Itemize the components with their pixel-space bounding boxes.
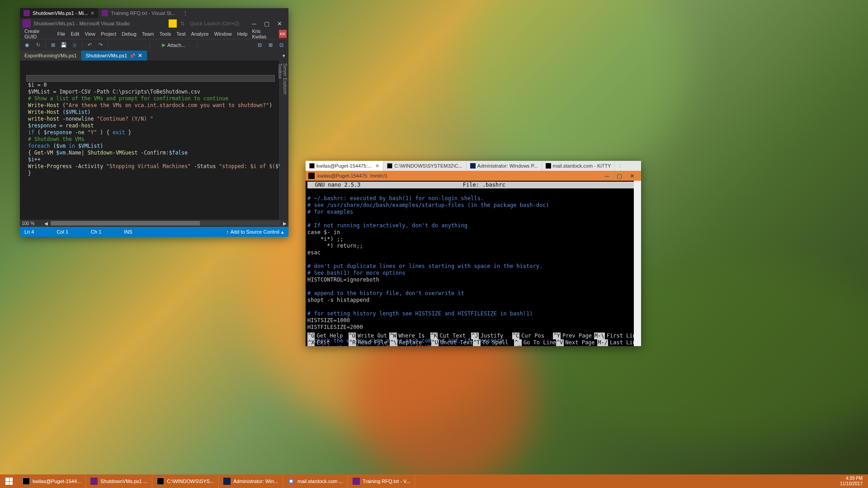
app-icon: [309, 163, 315, 169]
vs-zoom-scrollbar: 100 % ◀ ▶: [20, 220, 288, 227]
nav-arrows-icon[interactable]: ⇅: [180, 21, 184, 27]
menu-team[interactable]: Team: [139, 31, 157, 37]
visual-studio-window: ShutdownVMs.ps1 - Mi...✕Training RFQ.txt…: [20, 8, 288, 237]
save-icon[interactable]: 💾: [59, 41, 68, 50]
menu-view[interactable]: View: [82, 31, 98, 37]
side-panel-tab[interactable]: Server Explorer: [283, 63, 288, 211]
vs-document-tabs: ExportRunningVMs.ps1ShutdownVMs.ps1📌✕▾: [20, 51, 288, 61]
undo-icon[interactable]: ↶: [85, 41, 94, 50]
vs-group-tab[interactable]: Training RFQ.txt - Visual St...: [98, 8, 179, 18]
vs-group-tabbar: ShutdownVMs.ps1 - Mi...✕Training RFQ.txt…: [20, 8, 288, 18]
pin-icon[interactable]: 📌: [130, 53, 135, 58]
user-avatar[interactable]: KK: [279, 30, 287, 38]
scroll-right-icon[interactable]: ▶: [283, 221, 287, 226]
menu-tools[interactable]: Tools: [157, 31, 174, 37]
code-line: }: [28, 170, 279, 177]
close-button[interactable]: ✕: [273, 20, 286, 27]
user-name-label[interactable]: Kris Kwilas: [250, 28, 277, 39]
system-clock[interactable]: 4:39 PM 11/10/2017: [835, 474, 868, 488]
scroll-left-icon[interactable]: ◀: [44, 221, 48, 226]
term-titlebar[interactable]: kwilas@Puget-154475: /mnt/c/1 ─ ▢ ✕: [306, 171, 641, 181]
maximize-button[interactable]: ▢: [260, 20, 273, 27]
vs-side-panels: Server ExplorerToolbox: [279, 61, 288, 220]
shortcut-item: ^OWrite Out: [349, 333, 390, 339]
menu-analyze[interactable]: Analyze: [189, 31, 212, 37]
code-line: { Get-VM $vm.Name| Shutdown-VMGuest -Con…: [28, 150, 279, 156]
horizontal-scrollbar[interactable]: [51, 221, 280, 225]
terminal-content[interactable]: GNU nano 2.5.3File: .bashrc # ~/.bashrc:…: [306, 181, 641, 346]
shortcut-item: ^JJustify: [471, 333, 512, 339]
code-line: Write-Progress -Activity "Stopping Virtu…: [28, 163, 279, 170]
save-all-icon[interactable]: ⎘: [70, 41, 79, 50]
menu-help[interactable]: Help: [235, 31, 250, 37]
attach-label: Attach...: [167, 42, 185, 48]
nano-body: # ~/.bashrc: executed by bash(1) for non…: [307, 188, 639, 346]
open-icon[interactable]: ↻: [33, 41, 42, 50]
notification-icon[interactable]: [169, 19, 177, 28]
taskbar-label: Training RFQ.txt - V...: [363, 479, 410, 484]
menu-edit[interactable]: Edit: [68, 31, 82, 37]
shortcut-item: ^WWhere Is: [389, 333, 430, 339]
taskbar-item[interactable]: kwilas@Puget-1544...: [18, 474, 86, 488]
current-line-highlight: [26, 75, 275, 82]
term-group-tabs: kwilas@Puget-154475:...✕C:\WINDOWS\SYSTE…: [306, 161, 641, 171]
chevron-up-icon: ▴: [281, 229, 284, 235]
term-group-tab[interactable]: Administrator: Windows P...: [467, 161, 542, 171]
taskbar-item[interactable]: ShutdownVMs.ps1 ...: [86, 474, 152, 488]
redo-icon[interactable]: ↷: [96, 41, 105, 50]
shortcut-item: M-/Last Line: [597, 339, 639, 346]
taskbar-label: Administrator: Win...: [233, 479, 278, 484]
menu-file[interactable]: File: [55, 31, 68, 37]
close-icon[interactable]: ✕: [138, 52, 142, 59]
overflow-menu-icon[interactable]: ⋮: [615, 161, 625, 171]
overflow-menu-icon[interactable]: ⋮: [183, 10, 188, 16]
app-icon: [157, 478, 164, 485]
tab-overflow-icon[interactable]: ▾: [279, 51, 288, 61]
shortcut-item: ^UUncut Text: [431, 339, 473, 346]
start-button[interactable]: [0, 474, 18, 488]
vs-titlebar[interactable]: ShutdownVMs.ps1 - Microsoft Visual Studi…: [20, 18, 288, 29]
toolbar-icon-3[interactable]: ⊡: [277, 41, 286, 50]
quick-launch-input[interactable]: Quick Launch (Ctrl+Q): [190, 21, 244, 26]
add-icon[interactable]: ⊞: [48, 41, 57, 50]
taskbar-label: mail.stardock.com ...: [297, 479, 343, 484]
code-editor[interactable]: $i = 0$VMList = Import-CSV -Path C:\pscr…: [20, 61, 279, 220]
attach-button[interactable]: ▶ Attach...: [153, 42, 194, 48]
term-group-tab[interactable]: kwilas@Puget-154475:...✕: [306, 161, 383, 171]
close-button[interactable]: ✕: [626, 173, 638, 179]
minimize-button[interactable]: ─: [600, 173, 613, 179]
taskbar-item[interactable]: Administrator: Win...: [219, 474, 283, 488]
minimize-button[interactable]: ─: [248, 20, 260, 27]
term-group-tab[interactable]: mail.stardock.com - KiTTY: [542, 161, 615, 171]
vs-group-tab[interactable]: ShutdownVMs.ps1 - Mi...✕: [20, 8, 98, 18]
toolbar-icon-1[interactable]: ⊟: [255, 41, 264, 50]
maximize-button[interactable]: ▢: [613, 173, 626, 179]
taskbar-item[interactable]: C:\WINDOWS\SYS...: [152, 474, 219, 488]
shortcut-item: ^_Go To Line: [514, 339, 556, 346]
menu-test[interactable]: Test: [174, 31, 188, 37]
close-icon[interactable]: ✕: [90, 10, 94, 16]
document-tab[interactable]: ShutdownVMs.ps1📌✕: [81, 51, 147, 61]
vs-logo-icon: [23, 19, 31, 28]
toolbar-icon-2[interactable]: ⊞: [266, 41, 275, 50]
taskbar-item[interactable]: mail.stardock.com ...: [283, 474, 348, 488]
menu-debug[interactable]: Debug: [119, 31, 139, 37]
menu-window[interactable]: Window: [212, 31, 235, 37]
taskbar-item[interactable]: Training RFQ.txt - V...: [348, 474, 415, 488]
code-line: if ( $response -ne "Y" ) { exit }: [28, 129, 279, 136]
term-group-tab[interactable]: C:\WINDOWS\SYSTEM32\C...: [383, 161, 466, 171]
add-source-control-button[interactable]: ↑ Add to Source Control ▴: [226, 229, 284, 235]
date-label: 11/10/2017: [840, 481, 863, 487]
menu-create-guid[interactable]: Create GUID: [22, 28, 55, 39]
vs-toolbar: ◉ ↻ ⊞ 💾 ⎘ ↶ ↷ ▶ Attach... ⊟ ⊞ ⊡: [20, 39, 288, 51]
zoom-level[interactable]: 100 %: [22, 221, 44, 226]
play-icon: ▶: [162, 42, 165, 48]
close-icon[interactable]: ✕: [375, 163, 379, 169]
new-project-icon[interactable]: ◉: [23, 41, 32, 50]
nano-shortcuts: ^GGet Help^OWrite Out^WWhere Is^KCut Tex…: [307, 333, 639, 346]
vertical-scrollbar[interactable]: [634, 181, 641, 346]
shortcut-item: ^CCur Pos: [512, 333, 553, 339]
menu-project[interactable]: Project: [98, 31, 119, 37]
document-tab[interactable]: ExportRunningVMs.ps1: [20, 51, 81, 61]
app-icon: [23, 478, 30, 485]
